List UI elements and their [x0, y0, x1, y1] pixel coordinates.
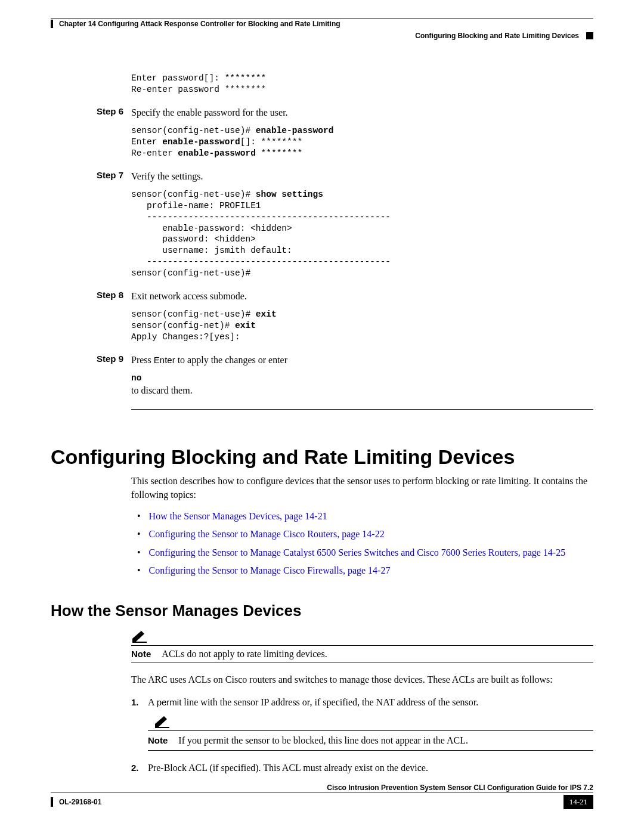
note-text: If you permit the sensor to be blocked, …	[178, 734, 468, 747]
subsection-heading: How the Sensor Manages Devices	[51, 602, 593, 620]
code-block-intro: Enter password[]: ******** Re-enter pass…	[131, 73, 593, 95]
subsection-para: The ARC uses ACLs on Cisco routers and s…	[131, 673, 593, 686]
code-block: sensor(config-net-use)# enable-password …	[131, 125, 333, 159]
numbered-list: 1.A permit line with the sensor IP addre…	[131, 696, 593, 775]
topic-link[interactable]: Configuring the Sensor to Manage Cisco R…	[149, 528, 385, 541]
step-row: Step 6Specify the enable password for th…	[97, 106, 593, 159]
footer-guide: Cisco Intrusion Prevention System Sensor…	[327, 784, 593, 792]
step-body: Verify the settings.sensor(config-net-us…	[131, 170, 391, 279]
step-label: Step 9	[97, 354, 131, 398]
step-label: Step 6	[97, 106, 131, 159]
pencil-icon	[131, 630, 149, 644]
step-body: Exit network access submode.sensor(confi…	[131, 290, 277, 343]
content: Enter password[]: ******** Re-enter pass…	[131, 73, 593, 410]
page-footer: Cisco Intrusion Prevention System Sensor…	[51, 784, 593, 809]
list-item: How the Sensor Manages Devices, page 14-…	[137, 510, 593, 523]
step-body: Specify the enable password for the user…	[131, 106, 333, 159]
step-label: Step 7	[97, 170, 131, 279]
header-section: Configuring Blocking and Rate Limiting D…	[415, 32, 579, 40]
step-body: Press Enter to apply the changes or ente…	[131, 354, 287, 398]
item-number: 1.	[131, 696, 148, 751]
note-label: Note	[148, 734, 168, 747]
page: Chapter 14 Configuring Attack Response C…	[0, 0, 644, 833]
list-item: Configuring the Sensor to Manage Catalys…	[137, 546, 593, 559]
code-block: sensor(config-net-use)# show settings pr…	[131, 189, 391, 279]
subsection-body: The ARC uses ACLs on Cisco routers and s…	[131, 673, 593, 775]
list-item: Configuring the Sensor to Manage Cisco R…	[137, 528, 593, 541]
step-row: Step 7Verify the settings.sensor(config-…	[97, 170, 593, 279]
note-block: NoteIf you permit the sensor to be block…	[148, 715, 593, 750]
note-label: Note	[131, 649, 151, 659]
list-item: 2.Pre-Block ACL (if specified). This ACL…	[131, 761, 593, 775]
section-marker-icon	[586, 32, 593, 39]
list-item: 1.A permit line with the sensor IP addre…	[131, 696, 593, 751]
item-body: Pre-Block ACL (if specified). This ACL m…	[148, 761, 593, 775]
topic-link[interactable]: How the Sensor Manages Devices, page 14-…	[149, 510, 327, 523]
note-block: Note ACLs do not apply to rate limiting …	[131, 630, 593, 662]
topic-link[interactable]: Configuring the Sensor to Manage Catalys…	[149, 546, 566, 559]
step-row: Step 9Press Enter to apply the changes o…	[97, 354, 593, 398]
page-number: 14-21	[564, 795, 593, 809]
topic-list: How the Sensor Manages Devices, page 14-…	[137, 510, 593, 578]
item-number: 2.	[131, 761, 148, 775]
step-label: Step 8	[97, 290, 131, 343]
section-heading: Configuring Blocking and Rate Limiting D…	[51, 445, 593, 469]
footer-doc: OL-29168-01	[59, 798, 101, 806]
step-row: Step 8Exit network access submode.sensor…	[97, 290, 593, 343]
pencil-icon	[154, 715, 172, 729]
page-header: Chapter 14 Configuring Attack Response C…	[51, 18, 593, 40]
section-intro: This section describes how to configure …	[131, 475, 593, 501]
chapter-text: Chapter 14 Configuring Attack Response C…	[59, 20, 340, 28]
topic-link[interactable]: Configuring the Sensor to Manage Cisco F…	[149, 564, 391, 577]
list-item: Configuring the Sensor to Manage Cisco F…	[137, 564, 593, 577]
chapter-title: Chapter 14 Configuring Attack Response C…	[51, 20, 340, 28]
item-body: A permit line with the sensor IP address…	[148, 696, 593, 751]
section-body: This section describes how to configure …	[131, 475, 593, 577]
note-text: ACLs do not apply to rate limiting devic…	[162, 649, 327, 659]
code-block: sensor(config-net-use)# exit sensor(conf…	[131, 309, 277, 343]
